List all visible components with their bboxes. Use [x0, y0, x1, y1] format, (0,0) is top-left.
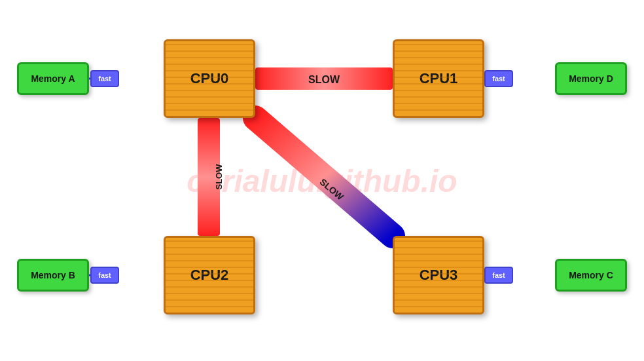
memory-b-box: Memory B — [17, 259, 89, 292]
memory-d-box: Memory D — [555, 62, 627, 95]
memory-d-label: Memory D — [569, 73, 613, 84]
diagram-container: cerialulu.github.io SLOW — [0, 0, 644, 361]
cpu2-box: CPU2 — [164, 236, 255, 314]
cpu1-label: CPU1 — [420, 70, 458, 87]
cpu0-box: CPU0 — [164, 39, 255, 118]
cpu3-box: CPU3 — [393, 236, 484, 314]
fast-label-2: fast — [90, 267, 119, 284]
memory-b-label: Memory B — [31, 270, 75, 280]
cpu2-label: CPU2 — [190, 267, 229, 284]
svg-text:SLOW: SLOW — [214, 164, 224, 190]
memory-c-box: Memory C — [555, 259, 627, 292]
cpu0-label: CPU0 — [190, 70, 229, 87]
memory-c-label: Memory C — [569, 270, 613, 280]
fast-label-0: fast — [90, 70, 119, 87]
memory-a-box: Memory A — [17, 62, 89, 95]
cpu3-label: CPU3 — [420, 267, 458, 284]
cpu1-box: CPU1 — [393, 39, 484, 118]
memory-a-label: Memory A — [31, 73, 75, 84]
svg-text:SLOW: SLOW — [308, 74, 340, 85]
fast-label-1: fast — [484, 70, 513, 87]
connections-svg: SLOW SLOW SLOW — [0, 0, 644, 361]
fast-label-3: fast — [484, 267, 513, 284]
